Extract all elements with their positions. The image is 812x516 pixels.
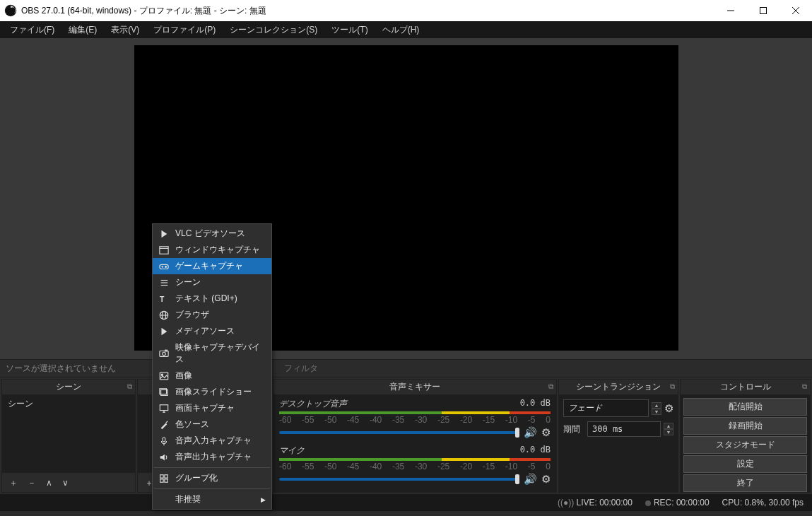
mic-in-icon — [158, 435, 170, 447]
svg-point-22 — [163, 352, 165, 355]
status-live: ((●)) LIVE: 00:00:00 — [558, 498, 632, 508]
source-toolbar: ソースが選択されていません フィルタ — [0, 359, 812, 377]
transition-props-button[interactable]: ⚙ — [664, 402, 673, 415]
menu-item-label: グループ化 — [175, 472, 218, 484]
popout-icon[interactable]: ⧉ — [670, 382, 675, 391]
context-menu-item[interactable]: シーン — [153, 274, 271, 291]
add-source-context-menu[interactable]: VLC ビデオソースウィンドウキャプチャゲームキャプチャシーンTテキスト (GD… — [152, 223, 272, 510]
menu-item-label: ブラウザ — [175, 309, 209, 321]
mixer-dock: 音声ミキサー ⧉ デスクトップ音声0.0 dB -60-55-50-45-40-… — [273, 379, 557, 493]
preview-area — [0, 38, 812, 359]
context-menu-item[interactable]: 色ソース — [153, 416, 271, 433]
duration-input[interactable]: 300 ms — [587, 421, 661, 437]
control-button[interactable]: スタジオモード — [683, 436, 807, 454]
context-menu-item[interactable]: ゲームキャプチャ — [153, 258, 271, 274]
control-button[interactable]: 録画開始 — [683, 417, 807, 435]
controls-body: 配信開始録画開始スタジオモード設定終了 — [681, 395, 810, 492]
menu-item[interactable]: ヘルプ(H) — [375, 22, 427, 38]
duration-spin[interactable]: ▲▼ — [664, 423, 673, 435]
remove-scene-button[interactable]: － — [28, 479, 36, 487]
submenu-arrow-icon: ▶ — [261, 496, 266, 503]
menu-item[interactable]: プロファイル(P) — [146, 22, 223, 38]
mute-button[interactable]: 🔊 — [524, 426, 537, 439]
scenes-dock: シーン ⧉ シーン ＋ － ∧ ∨ — [1, 379, 136, 493]
control-button[interactable]: 配信開始 — [683, 398, 807, 416]
context-menu-item[interactable]: 音声出力キャプチャ — [153, 449, 271, 465]
duration-label: 期間 — [563, 423, 584, 435]
context-menu-item[interactable]: 画像 — [153, 368, 271, 384]
image-icon — [158, 370, 170, 382]
context-menu-item[interactable]: VLC ビデオソース — [153, 225, 271, 242]
minimize-button[interactable] — [714, 0, 747, 21]
channel-db: 0.0 dB — [520, 445, 551, 457]
volume-slider[interactable] — [279, 431, 519, 434]
channel-props-button[interactable]: ⚙ — [541, 426, 551, 439]
obs-logo-icon — [4, 4, 17, 17]
context-menu-item[interactable]: 画面キャプチャ — [153, 400, 271, 416]
svg-marker-34 — [160, 454, 165, 460]
popout-icon[interactable]: ⧉ — [548, 382, 553, 391]
channel-name: マイク — [279, 445, 305, 457]
move-up-button[interactable]: ∧ — [46, 479, 52, 487]
status-cpu: CPU: 0.8%, 30.00 fps — [722, 498, 804, 508]
svg-rect-32 — [163, 437, 165, 441]
svg-line-31 — [166, 421, 168, 423]
svg-rect-36 — [165, 474, 167, 477]
move-down-button[interactable]: ∨ — [62, 479, 69, 487]
menu-item-label: 画像 — [175, 370, 192, 382]
add-scene-button[interactable]: ＋ — [9, 479, 18, 487]
scenes-title: シーン — [56, 381, 81, 393]
filter-label[interactable]: フィルタ — [276, 363, 318, 375]
mixer-head[interactable]: 音声ミキサー ⧉ — [273, 380, 556, 395]
menu-item[interactable]: ファイル(F) — [3, 22, 61, 38]
svg-rect-3 — [760, 8, 767, 14]
mixer-channel: デスクトップ音声0.0 dB -60-55-50-45-40-35-30-25-… — [279, 398, 551, 439]
context-menu-item[interactable]: Tテキスト (GDI+) — [153, 291, 271, 307]
gamepad-icon — [158, 261, 170, 272]
scenes-list[interactable]: シーン — [2, 395, 135, 472]
svg-marker-20 — [162, 327, 167, 335]
menu-item-label: VLC ビデオソース — [175, 228, 245, 240]
popout-icon[interactable]: ⧉ — [802, 382, 807, 391]
statusbar: ((●)) LIVE: 00:00:00 REC: 00:00:00 CPU: … — [0, 494, 812, 511]
maximize-button[interactable] — [747, 0, 779, 21]
context-menu-item[interactable]: メディアソース — [153, 323, 271, 339]
menu-item[interactable]: ツール(T) — [324, 22, 375, 38]
svg-rect-38 — [165, 479, 167, 481]
transition-select[interactable]: フェード — [563, 399, 649, 417]
text-icon: T — [158, 293, 170, 305]
close-button[interactable] — [779, 0, 812, 21]
transitions-body: フェード ▲▼ ⚙ 期間 300 ms ▲▼ — [559, 395, 678, 492]
context-menu-item[interactable]: グループ化 — [153, 470, 271, 486]
context-menu-item[interactable]: 画像スライドショー — [153, 384, 271, 400]
mute-button[interactable]: 🔊 — [524, 473, 537, 486]
transition-spin[interactable]: ▲▼ — [652, 402, 661, 415]
play-icon — [158, 326, 170, 337]
popout-icon[interactable]: ⧉ — [127, 382, 132, 391]
controls-dock: コントロール ⧉ 配信開始録画開始スタジオモード設定終了 — [680, 379, 811, 493]
context-menu-item[interactable]: 映像キャプチャデバイス — [153, 339, 271, 368]
svg-rect-7 — [160, 246, 168, 254]
control-button[interactable]: 終了 — [683, 474, 807, 492]
globe-icon — [158, 310, 170, 321]
scenes-head[interactable]: シーン ⧉ — [2, 380, 135, 395]
context-menu-item[interactable]: 音声入力キャプチャ — [153, 433, 271, 449]
menu-item[interactable]: 編集(E) — [61, 22, 104, 38]
volume-slider[interactable] — [279, 478, 519, 481]
control-button[interactable]: 設定 — [683, 455, 807, 473]
context-menu-item[interactable]: ウィンドウキャプチャ — [153, 242, 271, 258]
scene-item[interactable]: シーン — [2, 395, 135, 413]
controls-head[interactable]: コントロール ⧉ — [681, 380, 810, 395]
menu-item-label: 非推奨 — [175, 493, 201, 505]
transitions-head[interactable]: シーントランジション ⧉ — [559, 380, 678, 395]
svg-text:T: T — [160, 295, 165, 303]
context-menu-item[interactable]: ブラウザ — [153, 307, 271, 323]
menu-separator — [154, 467, 270, 468]
channel-props-button[interactable]: ⚙ — [541, 473, 551, 486]
transitions-title: シーントランジション — [576, 381, 661, 393]
menu-item[interactable]: 表示(V) — [104, 22, 146, 38]
volume-meter — [279, 411, 551, 414]
menu-item[interactable]: シーンコレクション(S) — [223, 22, 324, 38]
context-menu-item[interactable]: 非推奨▶ — [153, 491, 271, 508]
menu-item-label: ゲームキャプチャ — [175, 260, 243, 272]
